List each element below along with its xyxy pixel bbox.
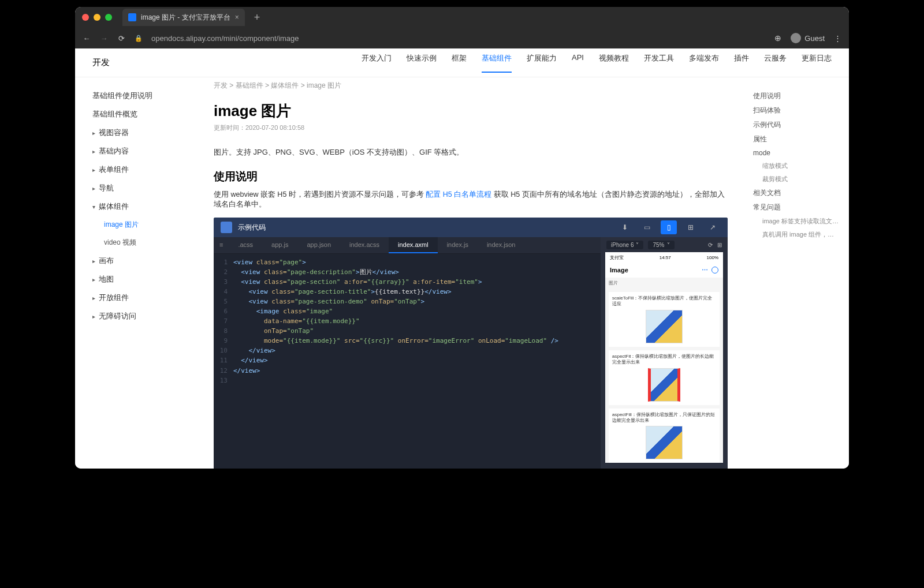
nav-item[interactable]: 快速示例 bbox=[407, 53, 437, 73]
close-tab-icon[interactable]: × bbox=[235, 13, 239, 21]
whitelist-link[interactable]: 配置 H5 白名单流程 bbox=[426, 190, 491, 199]
toc-item[interactable]: 属性 bbox=[753, 132, 841, 147]
lock-icon: 🔒 bbox=[134, 33, 143, 43]
sidebar-item-image[interactable]: image 图片 bbox=[75, 216, 196, 234]
editor-menu-icon[interactable]: ≡ bbox=[214, 237, 229, 253]
section-heading: 使用说明 bbox=[214, 169, 728, 184]
sidebar-group[interactable]: 开放组件 bbox=[75, 289, 196, 307]
nav-item-active[interactable]: 基础组件 bbox=[482, 53, 512, 73]
sidebar-group[interactable]: 地图 bbox=[75, 270, 196, 289]
toc-subitem[interactable]: image 标签支持读取流文… bbox=[753, 215, 841, 228]
url-text[interactable]: opendocs.alipay.com/mini/component/image bbox=[151, 34, 765, 43]
mode-desc: aspectFit：保持纵横比缩放图片，使图片的长边能完全显示出来 bbox=[612, 354, 716, 366]
nav-item[interactable]: 开发入门 bbox=[362, 53, 392, 73]
sidebar-group-media[interactable]: 媒体组件 bbox=[75, 197, 196, 216]
search-icon[interactable]: ⊕ bbox=[773, 33, 783, 43]
forward-icon[interactable]: → bbox=[99, 33, 109, 43]
share-icon[interactable]: ↗ bbox=[705, 220, 721, 234]
close-preview-icon[interactable] bbox=[711, 267, 718, 274]
mode-desc: aspectFill：保持纵横比缩放图片，只保证图片的短边能完全显示出来 bbox=[612, 412, 716, 424]
toc-subitem[interactable]: 裁剪模式 bbox=[753, 173, 841, 186]
phone-preview: 支付宝14:57100% Image⋯ 图片 scaleToFill：不保持纵横… bbox=[605, 252, 723, 463]
ide-logo-icon bbox=[221, 222, 232, 233]
brand[interactable]: 开发 bbox=[92, 57, 110, 68]
sidebar-item-video[interactable]: video 视频 bbox=[75, 234, 196, 252]
chevron-down-icon: ˅ bbox=[636, 242, 639, 248]
menu-icon[interactable]: ⋮ bbox=[833, 33, 842, 43]
toc-item[interactable]: mode bbox=[753, 147, 841, 159]
nav-item[interactable]: 更新日志 bbox=[802, 53, 832, 73]
sidebar-group[interactable]: 表单组件 bbox=[75, 160, 196, 179]
editor-tab[interactable]: index.json bbox=[478, 237, 525, 253]
refresh-icon[interactable]: ⟳ bbox=[708, 242, 713, 248]
toc-item[interactable]: 常见问题 bbox=[753, 200, 841, 215]
preview-image bbox=[646, 310, 683, 343]
reload-icon[interactable]: ⟳ bbox=[117, 33, 126, 43]
grid-icon[interactable]: ⊞ bbox=[717, 242, 722, 248]
zoom-select[interactable]: 75%˅ bbox=[648, 241, 674, 249]
editor-tab[interactable]: index.acss bbox=[340, 237, 389, 253]
editor-tab-active[interactable]: index.axml bbox=[389, 237, 438, 253]
tablet-icon[interactable]: ▭ bbox=[639, 220, 655, 234]
more-icon[interactable]: ⋯ bbox=[702, 267, 708, 274]
toc-item[interactable]: 相关文档 bbox=[753, 186, 841, 200]
page-desc: 图片。支持 JPG、PNG、SVG、WEBP（iOS 不支持动图）、GIF 等格… bbox=[214, 147, 728, 158]
toc-subitem[interactable]: 真机调用 image 组件，… bbox=[753, 228, 841, 241]
editor-tab[interactable]: app.json bbox=[297, 237, 340, 253]
nav-item[interactable]: 扩展能力 bbox=[527, 53, 557, 73]
site-topnav: 开发 开发入门 快速示例 框架 基础组件 扩展能力 API 视频教程 开发工具 … bbox=[75, 48, 849, 77]
main-content: 开发 > 基础组件 > 媒体组件 > image 图片 image 图片 更新时… bbox=[196, 77, 745, 469]
sidebar-group[interactable]: 导航 bbox=[75, 179, 196, 197]
toc-item[interactable]: 示例代码 bbox=[753, 118, 841, 132]
carrier-label: 支付宝 bbox=[610, 254, 624, 261]
sidebar-group[interactable]: 基础内容 bbox=[75, 142, 196, 160]
paragraph: 使用 webview 嵌套 H5 时，若遇到图片资源不显示问题，可参考 配置 H… bbox=[214, 190, 728, 209]
download-icon[interactable]: ⬇ bbox=[617, 220, 633, 234]
preview-image bbox=[648, 368, 680, 402]
toc-item[interactable]: 扫码体验 bbox=[753, 103, 841, 118]
browser-toolbar: ← → ⟳ 🔒 opendocs.alipay.com/mini/compone… bbox=[75, 28, 849, 48]
editor-tab[interactable]: .acss bbox=[229, 237, 262, 253]
time-label: 14:57 bbox=[660, 255, 671, 260]
nav-item[interactable]: 开发工具 bbox=[644, 53, 674, 73]
guest-label: Guest bbox=[804, 34, 825, 43]
nav-item[interactable]: 插件 bbox=[734, 53, 749, 73]
guest-profile[interactable]: Guest bbox=[791, 33, 825, 43]
back-icon[interactable]: ← bbox=[82, 33, 91, 43]
qr-icon[interactable]: ⊞ bbox=[683, 220, 699, 234]
nav-item[interactable]: 多端发布 bbox=[689, 53, 719, 73]
toc-subitem[interactable]: 缩放模式 bbox=[753, 159, 841, 173]
sidebar-item[interactable]: 基础组件概览 bbox=[75, 105, 196, 123]
nav-item[interactable]: 云服务 bbox=[764, 53, 787, 73]
browser-tab[interactable]: image 图片 - 支付宝开放平台 × bbox=[122, 9, 245, 26]
sidebar-item[interactable]: 基础组件使用说明 bbox=[75, 87, 196, 105]
tab-title: image 图片 - 支付宝开放平台 bbox=[141, 13, 230, 23]
nav-item[interactable]: API bbox=[572, 53, 584, 73]
maximize-window-icon[interactable] bbox=[105, 14, 112, 21]
battery-label: 100% bbox=[707, 255, 718, 260]
editor-tab[interactable]: index.js bbox=[438, 237, 478, 253]
ide-title: 示例代码 bbox=[238, 223, 266, 233]
browser-titlebar: image 图片 - 支付宝开放平台 × + bbox=[75, 7, 849, 28]
phone-icon[interactable]: ▯ bbox=[661, 220, 677, 234]
nav-item[interactable]: 视频教程 bbox=[599, 53, 629, 73]
close-window-icon[interactable] bbox=[82, 14, 89, 21]
minimize-window-icon[interactable] bbox=[94, 14, 100, 21]
preview-section-label: 图片 bbox=[609, 280, 720, 286]
table-of-contents: 使用说明 扫码体验 示例代码 属性 mode 缩放模式 裁剪模式 相关文档 常见… bbox=[745, 77, 849, 469]
avatar-icon bbox=[791, 33, 801, 43]
page-title: image 图片 bbox=[214, 101, 728, 121]
nav-item[interactable]: 框架 bbox=[452, 53, 467, 73]
favicon-icon bbox=[128, 13, 136, 21]
page-meta: 更新时间：2020-07-20 08:10:58 bbox=[214, 123, 728, 132]
mode-desc: scaleToFill：不保持纵横比缩放图片，使图片完全适应 bbox=[612, 295, 716, 308]
preview-header: Image bbox=[610, 267, 628, 274]
code-editor[interactable]: 1<view class="page"> 2 <view class="page… bbox=[214, 254, 601, 389]
sidebar-group[interactable]: 视图容器 bbox=[75, 123, 196, 142]
device-select[interactable]: iPhone 6˅ bbox=[606, 241, 643, 249]
new-tab-button[interactable]: + bbox=[254, 12, 260, 24]
sidebar-group[interactable]: 画布 bbox=[75, 252, 196, 270]
sidebar-group[interactable]: 无障碍访问 bbox=[75, 307, 196, 325]
editor-tab[interactable]: app.js bbox=[262, 237, 297, 253]
toc-item[interactable]: 使用说明 bbox=[753, 89, 841, 103]
